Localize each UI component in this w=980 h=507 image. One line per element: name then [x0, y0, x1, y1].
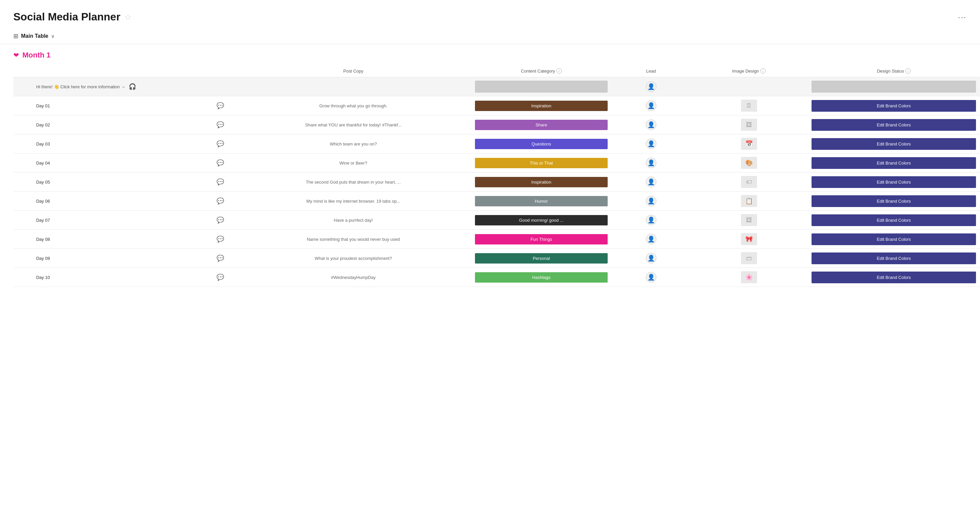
edit-brand-colors-button[interactable]: Edit Brand Colors [811, 138, 976, 150]
more-options-icon[interactable]: ··· [958, 13, 967, 22]
category-cell: Questions [471, 134, 612, 153]
image-thumbnail: 🗓 [741, 100, 757, 112]
left-border-cell [13, 249, 32, 268]
image-design-cell[interactable]: 🏷 [690, 172, 808, 191]
table-row: Day 02 💬 Share what YOU are thankful for… [13, 115, 980, 134]
comment-cell[interactable]: 💬 [205, 96, 236, 115]
chevron-down-icon[interactable]: ∨ [51, 33, 54, 39]
avatar: 👤 [646, 272, 657, 282]
design-status-cell: Edit Brand Colors [808, 268, 980, 287]
edit-brand-colors-button[interactable]: Edit Brand Colors [811, 233, 976, 245]
design-status-cell: Edit Brand Colors [808, 249, 980, 268]
image-design-info-icon[interactable]: i [760, 68, 766, 73]
comment-icon[interactable]: 💬 [216, 217, 224, 223]
post-copy-cell: Name something that you would never buy … [236, 230, 471, 249]
image-design-cell[interactable]: 🖼 [690, 115, 808, 134]
comment-icon[interactable]: 💬 [216, 198, 224, 204]
image-design-cell[interactable]: 🎨 [690, 153, 808, 172]
lead-cell: 👤 [612, 96, 690, 115]
comment-col-header [205, 65, 236, 77]
lead-cell: 👤 [612, 115, 690, 134]
edit-brand-colors-button[interactable]: Edit Brand Colors [811, 100, 976, 112]
header-left: Social Media Planner ☆ [13, 11, 132, 23]
comment-cell[interactable]: 💬 [205, 230, 236, 249]
comment-icon[interactable]: 💬 [216, 236, 224, 242]
comment-cell[interactable]: 💬 [205, 191, 236, 211]
lead-cell: 👤 [612, 230, 690, 249]
image-design-cell[interactable]: 📋 [690, 191, 808, 211]
table-row: Day 01 💬 Grow through what you go throug… [13, 96, 980, 115]
comment-cell[interactable]: 💬 [205, 211, 236, 230]
category-cell: Personal [471, 249, 612, 268]
edit-brand-colors-button[interactable]: Edit Brand Colors [811, 195, 976, 207]
image-design-cell[interactable]: 🗃 [690, 249, 808, 268]
day-col-header [32, 65, 205, 77]
design-status-cell: Edit Brand Colors [808, 230, 980, 249]
comment-icon[interactable]: 💬 [216, 255, 224, 261]
edit-brand-colors-button[interactable]: Edit Brand Colors [811, 119, 976, 131]
avatar: 👤 [646, 253, 657, 263]
table-icon: ⊞ [13, 32, 18, 40]
day-cell: Day 08 [32, 230, 205, 249]
image-thumbnail: 📋 [741, 195, 757, 207]
image-design-cell[interactable]: 🖼 [690, 211, 808, 230]
comment-cell[interactable]: 💬 [205, 134, 236, 153]
comment-cell[interactable]: 💬 [205, 249, 236, 268]
left-border-cell [13, 153, 32, 172]
avatar: 👤 [646, 120, 657, 130]
comment-icon[interactable]: 💬 [216, 179, 224, 185]
design-status-cell: Edit Brand Colors [808, 115, 980, 134]
lead-cell: 👤 [612, 172, 690, 191]
edit-brand-colors-button[interactable]: Edit Brand Colors [811, 176, 976, 188]
day-cell: Day 02 [32, 115, 205, 134]
image-thumbnail: 📅 [741, 138, 757, 150]
image-thumbnail: 🏷 [741, 176, 757, 188]
month-toggle-icon[interactable]: ❤ [13, 51, 19, 59]
favorite-icon[interactable]: ☆ [124, 13, 132, 22]
lead-cell: 👤 [612, 153, 690, 172]
table-row: Day 08 💬 Name something that you would n… [13, 230, 980, 249]
image-design-cell[interactable]: 📅 [690, 134, 808, 153]
comment-icon[interactable]: 💬 [216, 140, 224, 147]
comment-cell[interactable]: 💬 [205, 115, 236, 134]
image-design-cell[interactable]: 🗓 [690, 96, 808, 115]
edit-brand-colors-button[interactable]: Edit Brand Colors [811, 157, 976, 169]
left-border-cell [13, 115, 32, 134]
comment-icon[interactable]: 💬 [216, 121, 224, 128]
edit-brand-colors-button[interactable]: Edit Brand Colors [811, 271, 976, 283]
image-design-cell[interactable]: 🌸 [690, 268, 808, 287]
comment-cell[interactable]: 💬 [205, 153, 236, 172]
left-border-cell [13, 172, 32, 191]
table-row: Day 10 💬 #WednesdayHumpDay Hashtags 👤 🌸 … [13, 268, 980, 287]
avatar: 👤 [646, 139, 657, 149]
category-cell: Hashtags [471, 268, 612, 287]
comment-cell[interactable]: 💬 [205, 172, 236, 191]
comment-cell[interactable]: 💬 [205, 268, 236, 287]
page-title: Social Media Planner [13, 11, 120, 23]
post-copy-cell: Wine or Beer? [236, 153, 471, 172]
comment-icon[interactable]: 💬 [216, 159, 224, 166]
content-category-info-icon[interactable]: i [557, 68, 562, 73]
month-title: Month 1 [22, 51, 51, 59]
app-container: Social Media Planner ☆ ··· ⊞ Main Table … [0, 0, 980, 507]
post-copy-cell: Which team are you on? [236, 134, 471, 153]
left-border-cell [13, 211, 32, 230]
avatar: 👤 [646, 196, 657, 206]
category-badge: Personal [475, 253, 608, 263]
design-status-info-icon[interactable]: i [905, 68, 911, 73]
image-design-col-header: Image Design i [690, 65, 808, 77]
post-copy-cell: Share what YOU are thankful for today! #… [236, 115, 471, 134]
comment-icon[interactable]: 💬 [216, 102, 224, 109]
category-badge: Inspiration [475, 177, 608, 187]
category-cell: This or That [471, 153, 612, 172]
edit-brand-colors-button[interactable]: Edit Brand Colors [811, 214, 976, 226]
post-copy-cell: Grow through what you go through. [236, 96, 471, 115]
day-cell: Day 05 [32, 172, 205, 191]
comment-icon[interactable]: 💬 [216, 274, 224, 281]
info-row-text[interactable]: Hi there! 👋 Click here for more informat… [36, 84, 125, 89]
edit-brand-colors-button[interactable]: Edit Brand Colors [811, 252, 976, 264]
category-cell: Share [471, 115, 612, 134]
toolbar: ⊞ Main Table ∨ [0, 29, 980, 44]
image-thumbnail: 🎀 [741, 233, 757, 245]
image-design-cell[interactable]: 🎀 [690, 230, 808, 249]
